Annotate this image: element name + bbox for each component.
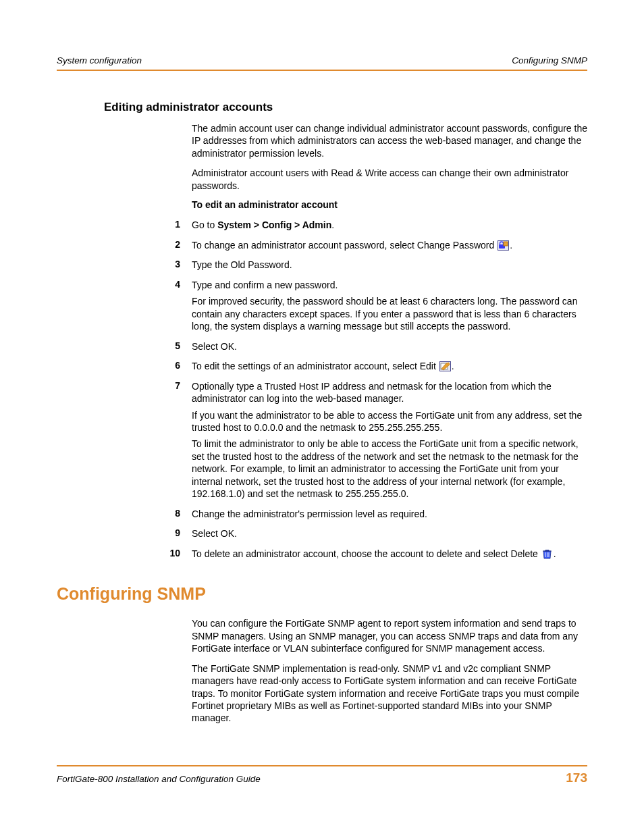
step-4: 4 Type and confirm a new password. For i…	[192, 279, 587, 333]
intro-para-2: Administrator account users with Read & …	[192, 167, 587, 192]
page-footer: FortiGate-800 Installation and Configura…	[57, 765, 587, 785]
change-password-icon	[498, 240, 509, 251]
step-number: 8	[169, 508, 192, 520]
step-number: 10	[169, 548, 192, 560]
step-text: Select OK.	[192, 340, 587, 353]
step-number: 6	[169, 360, 192, 372]
header-right: Configuring SNMP	[512, 55, 587, 66]
section-heading-editing: Editing administrator accounts	[104, 101, 587, 114]
step-text: Select OK.	[192, 527, 587, 540]
step-number: 2	[169, 239, 192, 251]
step-text: To delete an administrator account, choo…	[192, 548, 541, 559]
step-text: Type and confirm a new password.	[192, 279, 587, 291]
step-text: Change the administrator's permission le…	[192, 508, 587, 520]
subheading-to-edit: To edit an administrator account	[192, 199, 587, 210]
step-3: 3 Type the Old Password.	[192, 259, 587, 271]
step-7: 7 Optionally type a Trusted Host IP addr…	[192, 380, 587, 500]
step-text: Type the Old Password.	[192, 259, 587, 271]
step-number: 9	[169, 527, 192, 540]
step-text: Go to	[192, 219, 217, 230]
step-note: If you want the administrator to be able…	[192, 409, 587, 434]
step-number: 1	[169, 219, 192, 231]
snmp-para-1: You can configure the FortiGate SNMP age…	[192, 617, 587, 654]
step-text: Optionally type a Trusted Host IP addres…	[192, 380, 587, 405]
step-note: For improved security, the password shou…	[192, 295, 587, 332]
page-header: System configuration Configuring SNMP	[57, 55, 587, 71]
step-text: To change an administrator account passw…	[192, 240, 497, 251]
step-5: 5 Select OK.	[192, 340, 587, 353]
edit-icon	[439, 361, 451, 371]
step-10: 10 To delete an administrator account, c…	[192, 548, 587, 560]
step-number: 4	[169, 279, 192, 333]
header-left: System configuration	[57, 55, 142, 66]
footer-title: FortiGate-800 Installation and Configura…	[57, 774, 261, 784]
step-9: 9 Select OK.	[192, 527, 587, 540]
page-number: 173	[566, 771, 587, 785]
step-number: 5	[169, 340, 192, 353]
step-nav: System > Config > Admin	[217, 219, 331, 230]
snmp-para-2: The FortiGate SNMP implementation is rea…	[192, 662, 587, 725]
step-8: 8 Change the administrator's permission …	[192, 508, 587, 520]
step-note: To limit the administrator to only be ab…	[192, 438, 587, 500]
step-1: 1 Go to System > Config > Admin.	[192, 219, 587, 231]
step-number: 3	[169, 259, 192, 271]
main-heading-snmp: Configuring SNMP	[57, 584, 587, 604]
intro-para-1: The admin account user can change indivi…	[192, 122, 587, 159]
step-6: 6 To edit the settings of an administrat…	[192, 360, 587, 372]
svg-rect-2	[504, 242, 508, 246]
delete-icon	[541, 549, 553, 559]
step-number: 7	[169, 380, 192, 500]
step-text: To edit the settings of an administrator…	[192, 361, 439, 371]
step-2: 2 To change an administrator account pas…	[192, 239, 587, 251]
